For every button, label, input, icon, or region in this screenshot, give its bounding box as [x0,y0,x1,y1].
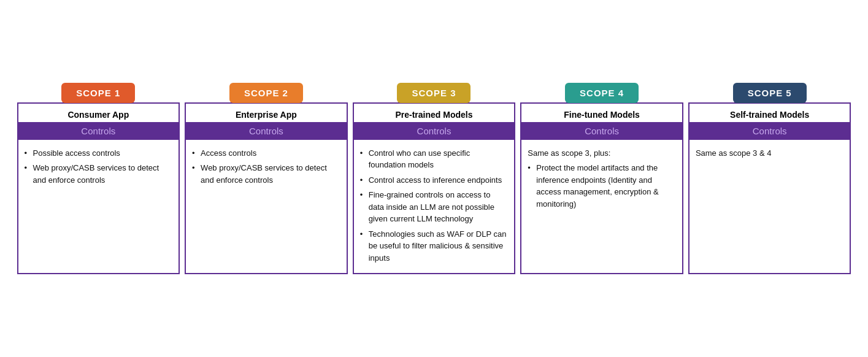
scope4-badge-wrapper: SCOPE 4 [565,83,639,103]
scope4-badge: SCOPE 4 [565,83,639,103]
scope1-column: SCOPE 1 Consumer App Controls Possible a… [17,83,180,275]
scope4-subtitle: Fine-tuned Models [521,104,682,122]
scope3-subtitle: Pre-trained Models [354,104,515,122]
scope2-content: Access controls Web proxy/CASB services … [186,140,347,196]
list-item: Fine-grained controls on access to data … [360,189,509,225]
scope3-badge: SCOPE 3 [397,83,470,103]
scope1-box: Consumer App Controls Possible access co… [17,102,180,275]
scope5-column: SCOPE 5 Self-trained Models Controls Sam… [688,83,851,275]
scope2-box: Enterprise App Controls Access controls … [185,102,348,275]
diagram: SCOPE 1 Consumer App Controls Possible a… [11,77,858,281]
scope1-badge-wrapper: SCOPE 1 [61,83,135,103]
list-item: Web proxy/CASB services to detect and en… [192,162,340,186]
scope5-content: Same as scope 3 & 4 [689,140,850,166]
scope2-column: SCOPE 2 Enterprise App Controls Access c… [185,83,348,275]
list-item: Access controls [192,147,340,159]
scopes-grid: SCOPE 1 Consumer App Controls Possible a… [17,83,851,275]
scope2-badge: SCOPE 2 [229,83,303,103]
scope5-subtitle: Self-trained Models [689,104,850,122]
scope3-badge-wrapper: SCOPE 3 [397,83,470,103]
list-item: Possible access controls [25,147,173,159]
scope3-box: Pre-trained Models Controls Control who … [353,102,516,275]
scope4-box: Fine-tuned Models Controls Same as scope… [520,102,683,275]
scope4-column: SCOPE 4 Fine-tuned Models Controls Same … [520,83,683,275]
scope5-box: Self-trained Models Controls Same as sco… [688,102,851,275]
scope4-controls-bar: Controls [521,122,682,140]
scope5-text: Same as scope 3 & 4 [696,147,844,159]
scope5-badge: SCOPE 5 [733,83,807,103]
scope3-content: Control who can use specific foundation … [354,140,515,274]
scope2-badge-wrapper: SCOPE 2 [229,83,303,103]
scope3-column: SCOPE 3 Pre-trained Models Controls Cont… [353,83,516,275]
scope1-controls-bar: Controls [18,122,179,140]
list-item: Protect the model artifacts and the infe… [528,162,676,210]
scope1-badge: SCOPE 1 [61,83,135,103]
scope3-controls-bar: Controls [354,122,515,140]
scope2-controls-bar: Controls [186,122,347,140]
scope5-badge-wrapper: SCOPE 5 [733,83,807,103]
scope1-content: Possible access controls Web proxy/CASB … [18,140,179,196]
scope1-subtitle: Consumer App [18,104,179,122]
list-item: Control access to inference endpoints [360,174,509,186]
list-item: Control who can use specific foundation … [360,147,509,171]
scope4-prefix: Same as scope 3, plus: [528,147,676,159]
scope5-controls-bar: Controls [689,122,850,140]
list-item: Web proxy/CASB services to detect and en… [25,162,173,186]
scope4-content: Same as scope 3, plus: Protect the model… [521,140,682,220]
list-item: Technologies such as WAF or DLP can be u… [360,228,509,264]
scope2-subtitle: Enterprise App [186,104,347,122]
